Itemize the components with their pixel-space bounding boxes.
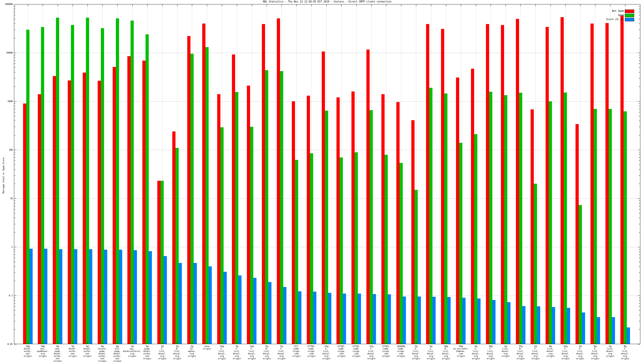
y-minor-tick	[639, 9, 640, 9]
y-minor-tick	[14, 258, 16, 258]
y-minor-tick	[639, 209, 640, 209]
x-tick-label-line: net	[43, 357, 73, 360]
x-tick	[625, 4, 625, 6]
x-tick	[43, 4, 43, 6]
y-minor-tick	[639, 121, 640, 121]
y-minor-tick	[639, 266, 640, 267]
y-minor-tick	[14, 135, 16, 135]
x-tick-label: 9@Y.list.dnswl.orgorigin	[610, 345, 640, 360]
x-tick	[416, 342, 416, 344]
y-minor-tick	[639, 303, 640, 303]
y-minor-tick	[14, 6, 16, 7]
y-minor-tick	[14, 321, 16, 321]
x-tick	[536, 342, 536, 344]
y-minor-tick	[639, 255, 640, 255]
y-minor-tick	[639, 38, 640, 38]
y-major-tick	[14, 344, 16, 344]
y-tick-label: 100	[1, 149, 13, 151]
y-minor-tick	[14, 218, 16, 218]
x-tick-label-line: origin	[162, 357, 192, 360]
x-tick	[296, 4, 297, 6]
y-minor-tick	[14, 209, 16, 209]
x-tick	[386, 342, 386, 344]
y-major-tick	[638, 4, 640, 4]
y-minor-tick	[639, 273, 640, 273]
x-tick	[192, 4, 192, 6]
rbl-statistics-chart: RBL Statistics - Thu Nov 21 12:58:05 EST…	[0, 0, 644, 362]
x-tick	[625, 342, 625, 344]
x-tick	[87, 4, 88, 6]
y-minor-tick	[14, 57, 16, 58]
x-tick	[58, 342, 58, 344]
y-minor-tick	[14, 109, 16, 109]
y-major-tick	[14, 247, 16, 247]
x-tick	[102, 342, 102, 344]
x-tick	[371, 342, 372, 344]
x-tick	[520, 342, 521, 344]
y-minor-tick	[639, 300, 640, 301]
y-minor-tick	[14, 206, 16, 206]
y-minor-tick	[14, 55, 16, 55]
x-tick	[43, 342, 43, 344]
y-major-tick	[638, 198, 640, 199]
y-minor-tick	[14, 310, 16, 311]
x-tick-label-line: dnswl.	[610, 353, 640, 355]
x-tick-label-line: origin	[177, 355, 207, 357]
x-tick	[461, 4, 461, 6]
y-minor-tick	[639, 184, 640, 184]
y-minor-tick	[14, 281, 16, 281]
x-tick	[132, 342, 132, 344]
x-tick	[222, 342, 222, 344]
y-minor-tick	[14, 266, 16, 267]
y-minor-tick	[639, 218, 640, 218]
x-tick	[252, 342, 252, 344]
x-tick	[147, 4, 148, 6]
y-major-tick	[638, 344, 640, 344]
y-minor-tick	[639, 57, 640, 58]
y-minor-tick	[14, 67, 16, 68]
x-tick	[446, 4, 446, 6]
y-minor-tick	[14, 15, 16, 15]
x-tick-label-line: 9@	[610, 345, 640, 348]
y-minor-tick	[14, 9, 16, 9]
y-minor-tick	[14, 103, 16, 104]
y-minor-tick	[14, 157, 16, 158]
y-major-tick	[14, 4, 16, 4]
y-tick-label: 0.1	[1, 295, 13, 297]
y-minor-tick	[639, 103, 640, 104]
x-tick	[566, 342, 566, 344]
x-tick	[162, 342, 162, 344]
y-minor-tick	[639, 157, 640, 158]
y-minor-tick	[14, 23, 16, 24]
x-tick	[580, 342, 580, 344]
y-tick-label: 100000	[1, 3, 13, 5]
y-minor-tick	[639, 6, 640, 7]
x-tick	[267, 4, 267, 6]
x-tick-label-line: org	[610, 355, 640, 357]
y-minor-tick	[639, 203, 640, 203]
x-tick-label-line: net	[102, 357, 132, 360]
x-tick	[595, 342, 596, 344]
y-minor-tick	[639, 106, 640, 106]
y-minor-tick	[639, 165, 640, 165]
legend-swatch	[625, 9, 634, 13]
y-minor-tick	[14, 249, 16, 249]
y-minor-tick	[639, 152, 640, 152]
y-major-tick	[638, 247, 640, 247]
x-tick	[506, 4, 506, 6]
y-tick-label: 10	[1, 197, 13, 200]
y-minor-tick	[14, 165, 16, 165]
y-tick-label: 1	[1, 246, 13, 248]
y-minor-tick	[639, 206, 640, 206]
plot-area	[14, 4, 640, 344]
y-minor-tick	[14, 303, 16, 303]
x-tick	[207, 342, 207, 344]
x-tick	[296, 342, 297, 344]
y-minor-tick	[14, 306, 16, 307]
legend-label: Not Spam	[570, 9, 624, 12]
y-minor-tick	[14, 273, 16, 273]
x-tick	[312, 342, 312, 344]
y-minor-tick	[14, 232, 16, 233]
y-minor-tick	[639, 135, 640, 135]
y-minor-tick	[639, 67, 640, 68]
